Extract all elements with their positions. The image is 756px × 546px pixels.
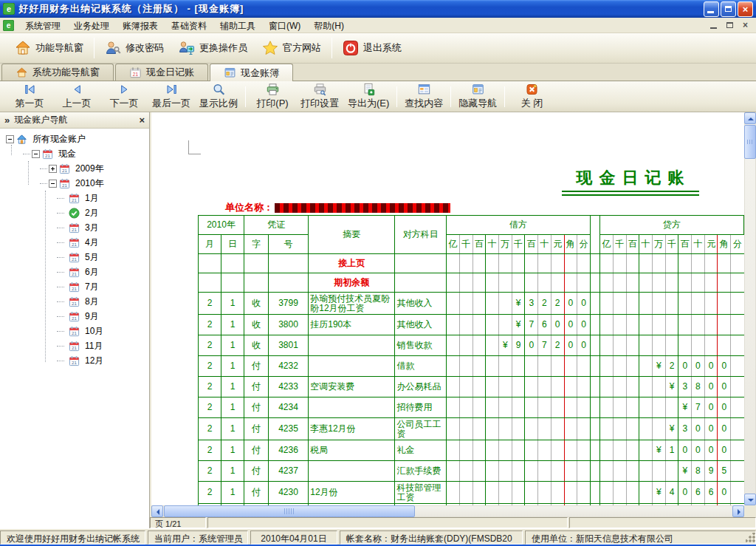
tree-item-2009年[interactable]: 212009年: [0, 161, 149, 176]
tree-item-10月[interactable]: 2110月: [0, 324, 149, 338]
report-toolbar-button-0[interactable]: 第一页: [6, 81, 53, 112]
debit-digit-cell: [472, 440, 486, 461]
company-name-label: 单位名称：: [225, 201, 273, 214]
report-toolbar-button-9[interactable]: 隐藏导航: [454, 81, 501, 112]
tree-item-5月[interactable]: 215月: [0, 250, 149, 265]
cell-number: 4234: [268, 397, 308, 418]
report-toolbar-button-7[interactable]: 导出为(E): [343, 81, 394, 112]
tree-item-7月[interactable]: 217月: [0, 279, 149, 294]
svg-text:21: 21: [62, 167, 67, 172]
credit-digit-cell: 0: [678, 440, 692, 461]
debit-digit-cell: [486, 377, 499, 397]
credit-digit-cell: [678, 315, 692, 335]
credit-digit-cell: [652, 418, 665, 440]
menu-item-0[interactable]: 系统管理: [18, 19, 67, 33]
tree-item-3月[interactable]: 213月: [0, 220, 149, 235]
credit-digit-cell: [626, 293, 639, 315]
vertical-scrollbar[interactable]: [744, 112, 756, 505]
tree-item-8月[interactable]: 218月: [0, 294, 149, 309]
ledger-row: 21收3800挂历190本其他收入¥76000: [199, 315, 744, 335]
tree-item-label: 所有现金账户: [31, 132, 87, 146]
toolbar-button-4[interactable]: 退出系统: [335, 36, 409, 60]
tree-connector: [40, 168, 47, 169]
tree-expander-minus[interactable]: [32, 150, 40, 158]
scroll-down-button[interactable]: [744, 494, 756, 505]
scroll-left-button[interactable]: [151, 505, 163, 517]
debit-digit-cell: [577, 440, 591, 461]
debit-digit-cell: [459, 273, 472, 293]
close-button[interactable]: ×: [738, 1, 753, 17]
tab-2[interactable]: 现金账簿: [210, 64, 293, 81]
scroll-right-button[interactable]: [732, 505, 744, 517]
printer-settings-icon: [313, 83, 327, 96]
svg-text:21: 21: [72, 359, 77, 364]
menu-item-3[interactable]: 基础资料: [165, 19, 213, 33]
tree-item-2010年[interactable]: 212010年: [0, 176, 149, 191]
menu-item-2[interactable]: 账簿报表: [116, 19, 165, 33]
toolbar-button-3[interactable]: 官方网站: [255, 36, 329, 60]
tree-item-1月[interactable]: 211月: [0, 191, 149, 205]
sidebar-close-icon[interactable]: ×: [139, 115, 145, 126]
tree-item-6月[interactable]: 216月: [0, 265, 149, 279]
pager-panel-blank: [569, 517, 756, 528]
menu-item-5[interactable]: 窗口(W): [262, 19, 307, 33]
tree-item-所有现金账户[interactable]: 所有现金账户: [0, 132, 149, 146]
credit-digit-header: 角: [718, 235, 731, 254]
toolbar-button-2[interactable]: 更换操作员: [171, 36, 255, 60]
debit-digit-cell: [472, 293, 486, 315]
horizontal-scroll-thumb[interactable]: [164, 505, 415, 517]
debit-digit-cell: [525, 254, 538, 273]
report-toolbar-button-1[interactable]: 上一页: [53, 81, 100, 112]
tree-expander-plus[interactable]: [49, 165, 57, 173]
tree-expander-minus[interactable]: [49, 180, 57, 188]
debit-digit-cell: [551, 356, 564, 377]
tree-item-现金[interactable]: 21现金: [0, 146, 149, 161]
minimize-button[interactable]: [704, 1, 719, 17]
tree-item-12月[interactable]: 2112月: [0, 353, 149, 368]
menu-item-1[interactable]: 业务处理: [67, 19, 116, 33]
menu-item-6[interactable]: 帮助(H): [307, 19, 351, 33]
tree-item-2月[interactable]: 2月: [0, 205, 149, 220]
report-toolbar-button-3[interactable]: 最后一页: [148, 81, 195, 112]
toolbar-button-1[interactable]: 修改密码: [97, 36, 171, 60]
credit-digit-cell: [692, 254, 705, 273]
tab-1[interactable]: 21现金日记账: [115, 64, 208, 81]
credit-digit-cell: [731, 315, 744, 335]
debit-digit-cell: [564, 440, 577, 461]
scroll-up-button[interactable]: [744, 112, 756, 124]
user-key-icon: [105, 40, 121, 56]
tree-item-11月[interactable]: 2111月: [0, 338, 149, 353]
report-toolbar-button-4[interactable]: 显示比例: [195, 81, 242, 112]
tree-connector: [57, 198, 64, 199]
check-icon: [69, 208, 83, 219]
mdi-close-button[interactable]: ×: [739, 20, 752, 31]
tab-0[interactable]: 系统功能导航窗: [1, 64, 114, 81]
tree-connector: [57, 331, 64, 332]
debit-digit-cell: [472, 335, 486, 356]
menu-item-4[interactable]: 辅助工具: [213, 19, 262, 33]
mdi-minimize-button[interactable]: [708, 20, 721, 31]
report-toolbar-button-2[interactable]: 下一页: [100, 81, 148, 112]
debit-digit-header: 万: [499, 235, 512, 254]
mdi-restore-button[interactable]: [724, 20, 736, 31]
restore-button[interactable]: [721, 1, 736, 17]
report-toolbar-button-6[interactable]: 打印设置: [296, 81, 343, 112]
tree-item-4月[interactable]: 214月: [0, 235, 149, 250]
credit-digit-cell: [731, 377, 744, 397]
resize-grip[interactable]: [746, 533, 755, 542]
debit-digit-cell: [447, 293, 460, 315]
toolbar-separator: [396, 86, 397, 107]
report-toolbar-button-5[interactable]: 打印(P): [249, 81, 296, 112]
report-toolbar-button-10[interactable]: 关 闭: [508, 81, 555, 112]
report-toolbar-button-8[interactable]: 查找内容: [400, 81, 447, 112]
horizontal-scrollbar[interactable]: [151, 505, 744, 517]
credit-digit-cell: [639, 293, 653, 315]
cell-day: [221, 254, 244, 273]
tree-expander-minus[interactable]: [6, 135, 14, 143]
vertical-scroll-thumb[interactable]: [744, 125, 756, 159]
tree-item-label: 7月: [83, 280, 100, 294]
collapse-sidebar-button[interactable]: »: [4, 115, 10, 126]
tree-item-9月[interactable]: 219月: [0, 309, 149, 324]
toolbar-button-0[interactable]: 功能导航窗: [7, 36, 91, 60]
credit-digit-cell: [639, 377, 653, 397]
